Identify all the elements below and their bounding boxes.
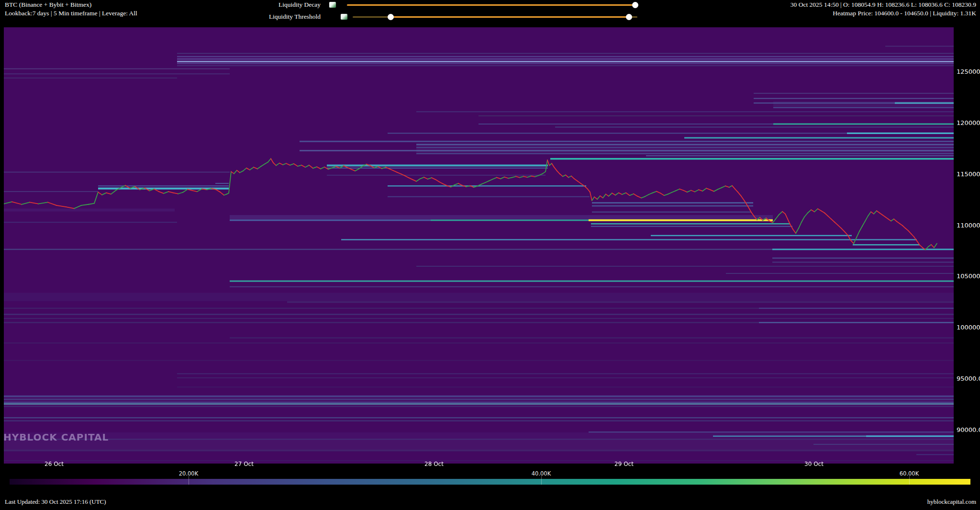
liquidity-band [300,141,954,142]
liquidity-band [4,293,954,301]
liquidity-band [772,262,954,263]
liquidity-band [479,115,954,116]
liquidity-band [4,73,230,74]
liquidity-band [479,124,773,125]
colorbar-tick-mark [189,476,189,485]
liquidity-band [4,342,954,343]
liquidity-band [4,417,954,419]
liquidity-band [230,215,773,219]
price-axis-label: 125000.0 [957,68,980,75]
price-axis-label: 110000.0 [957,222,980,229]
liquidity-band [4,322,759,323]
liquidity-band [4,191,98,192]
date-axis-label: 28 Oct [424,461,444,467]
liquidity-band [885,46,954,47]
price-axis-label: 105000.0 [957,272,980,280]
liquidity-band [4,171,230,172]
date-axis-label: 30 Oct [804,461,824,467]
liquidity-band [4,440,954,451]
liquidity-band [388,196,590,197]
liquidity-band [388,133,847,134]
liquidity-band [847,133,954,134]
liquidity-band [230,281,954,282]
liquidity-band [177,386,954,387]
liquidity-band [327,175,546,176]
liquidity-band [4,222,177,223]
liquidity-band [4,209,175,212]
colorbar-tick-mark [541,476,542,485]
date-axis-label: 26 Oct [45,461,64,467]
liquidity-band [592,202,753,204]
liquidity-band [754,93,954,94]
hyblock-watermark: HYBLOCK CAPITAL [3,431,109,443]
liquidity-band [177,53,954,54]
heatmap-canvas[interactable] [0,0,980,510]
liquidity-band [177,373,954,374]
colorbar-tick-mark [909,476,910,485]
liquidity-band [98,185,229,186]
liquidity-band [4,439,954,440]
hyblock-liquidation-heatmap-app: BTC (Binance + Bybit + Bitmex) Lookback:… [0,0,980,510]
liquidity-band [591,226,792,227]
liquidity-band [416,111,954,112]
liquidity-band [4,249,772,250]
liquidity-band [684,137,954,138]
liquidity-band [388,185,586,187]
liquidity-band [177,56,954,63]
liquidity-band [177,65,954,66]
liquidity-band [916,454,954,455]
liquidity-band [646,155,954,156]
liquidity-band [287,301,954,303]
liquidity-band [300,150,954,151]
liquidity-band [4,360,954,361]
liquidity-band [772,258,954,259]
date-axis-label: 27 Oct [234,461,254,467]
liquidity-band [550,158,954,160]
price-axis-label: 90000.0 [957,426,980,433]
liquidity-band [773,123,954,125]
liquidity-band [230,219,431,221]
liquidity-band [416,266,954,267]
liquidity-band [754,98,954,99]
liquidity-band [4,402,954,403]
liquidity-band [591,223,790,225]
liquidity-band [416,144,954,153]
liquidity-band [215,183,229,184]
liquidity-band [431,219,589,221]
liquidity-band [230,286,954,287]
price-axis-label: 120000.0 [957,119,980,126]
liquidity-band [230,337,954,339]
liquidity-band [592,212,751,213]
liquidity-band [726,273,954,274]
liquidity-band [177,377,954,378]
liquidity-band [4,78,177,79]
last-updated-text: Last Updated: 30 Oct 2025 17:16 (UTC) [5,498,106,506]
price-axis-label: 115000.0 [957,170,980,178]
site-link[interactable]: hyblockcapital.com [927,498,976,506]
liquidity-band [4,403,954,405]
liquidity-band [592,205,753,206]
liquidity-band [651,235,852,237]
liquidity-band [4,314,954,315]
liquidity-band [759,308,954,309]
liquidity-band [4,308,759,309]
liquidity-band [341,239,917,240]
liquidity-band [327,165,548,167]
heatmap-plot-area[interactable] [0,0,980,510]
price-axis-label: 95000.0 [957,375,980,382]
date-axis-label: 29 Oct [614,461,634,467]
liquidity-band [759,322,954,323]
liquidity-band [4,406,954,407]
liquidity-band [4,68,230,69]
liquidity-band [773,101,954,108]
liquidity-band [555,126,954,127]
liquidity-band [589,219,773,221]
liquidity-band [4,420,954,421]
liquidity-band [4,318,954,319]
liquidity-colorbar [10,479,970,485]
price-axis-label: 100000.0 [957,324,980,331]
liquidity-band [416,153,954,154]
liquidity-band [853,244,920,246]
